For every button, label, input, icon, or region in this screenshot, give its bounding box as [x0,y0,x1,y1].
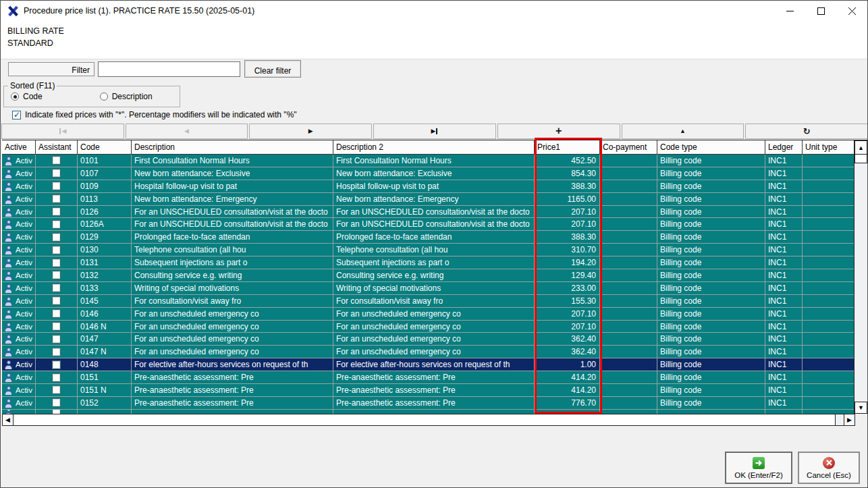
table-row[interactable]: Activ 0147 N For an unscheduled emergenc… [2,346,854,358]
up-button[interactable]: ▲ [622,124,744,139]
table-row[interactable]: Activ 0131 Subsequent injections as part… [2,256,854,269]
col-header-price1[interactable]: Price1 [535,140,600,155]
table-row[interactable]: Activ 0130 Telephone consultation (all h… [2,244,854,256]
assistant-checkbox[interactable] [53,335,60,343]
assistant-checkbox[interactable] [53,271,60,279]
col-header-active[interactable]: Active [2,140,36,155]
table-row[interactable]: Activ 0152 Pre-anaesthetic assessment: P… [2,397,854,410]
assistant-checkbox[interactable] [53,310,60,317]
clear-filter-button[interactable]: Clear filter [244,60,301,78]
scroll-left-icon[interactable]: ◀ [3,414,13,425]
refresh-button[interactable]: ↻ [745,124,868,139]
assistant-cell[interactable] [36,193,78,206]
assistant-cell[interactable] [36,333,78,346]
radio-selected-icon[interactable] [11,92,19,101]
assistant-checkbox[interactable] [53,323,60,330]
table-row[interactable]: Activ 0107 New born attendance: Exclusiv… [2,167,854,180]
col-header-code[interactable]: Code [78,140,132,155]
assistant-checkbox[interactable] [53,399,60,406]
col-header-unit-type[interactable]: Unit type [803,140,854,155]
assistant-checkbox[interactable] [53,157,60,164]
vertical-scroll-track[interactable] [855,163,867,402]
assistant-checkbox[interactable] [53,284,60,292]
col-header-assistant[interactable]: Assistant [36,140,78,155]
assistant-cell[interactable] [36,346,78,358]
table-row[interactable]: Activ 0132 Consulting service e.g. writi… [2,269,854,282]
assistant-cell[interactable] [36,180,78,193]
assistant-checkbox[interactable] [53,221,60,228]
assistant-checkbox[interactable] [53,348,60,356]
table-row[interactable]: Activ 0129 Prolonged face-to-face attend… [2,231,854,244]
assistant-checkbox[interactable] [53,195,60,202]
assistant-cell[interactable] [36,321,78,333]
assistant-cell[interactable] [36,397,78,410]
fixed-prices-checkbox[interactable] [12,111,21,119]
horizontal-scrollbar[interactable]: ◀ ▶ [2,414,855,426]
table-row[interactable]: Activ 0145 For consultation/visit away f… [2,295,854,308]
assistant-cell[interactable] [36,282,78,295]
table-row[interactable]: Activ 0151 Pre-anaesthetic assessment: P… [2,371,854,384]
assistant-cell[interactable] [36,269,78,282]
assistant-cell[interactable] [36,231,78,244]
code-cell: 0151 N [78,384,132,397]
vertical-scrollbar[interactable]: ▲ ▼ [854,140,867,414]
col-header-code-type[interactable]: Code type [657,140,765,155]
table-row[interactable]: Activ 0126 For an UNSCHEDULED consultati… [2,206,854,219]
assistant-cell[interactable] [36,167,78,180]
table-row[interactable]: Activ 0133 Writing of special motivation… [2,282,854,295]
table-row[interactable]: Activ 0109 Hospital follow-up visit to p… [2,180,854,193]
ok-button[interactable]: OK (Enter/F2) [725,452,792,484]
assistant-checkbox[interactable] [53,208,60,215]
minimize-button[interactable] [774,1,805,21]
assistant-cell[interactable] [36,256,78,269]
assistant-cell[interactable] [36,244,78,256]
scroll-right-icon[interactable]: ▶ [844,414,855,425]
price1-cell: 129.40 [535,269,600,282]
table-row[interactable]: Activ 0151 N Pre-anaesthetic assessment:… [2,384,854,397]
assistant-checkbox[interactable] [53,259,60,267]
assistant-checkbox[interactable] [53,246,60,254]
maximize-button[interactable] [805,1,836,21]
filter-button[interactable]: Filter [8,62,94,76]
table-row[interactable]: Activ 0146 N For an unscheduled emergenc… [2,321,854,333]
assistant-checkbox[interactable] [53,182,60,190]
next-button[interactable]: ▶ [249,124,372,139]
assistant-cell[interactable] [36,155,78,167]
assistant-cell[interactable] [36,384,78,397]
scroll-up-icon[interactable]: ▲ [855,140,867,155]
assistant-checkbox[interactable] [53,374,60,381]
assistant-checkbox[interactable] [53,169,60,177]
col-header-ledger[interactable]: Ledger [765,140,803,155]
assistant-cell[interactable] [36,308,78,321]
table-row[interactable]: Activ 0148 For elective after-hours serv… [2,358,854,371]
assistant-checkbox[interactable] [53,386,60,394]
assistant-checkbox[interactable] [53,234,60,241]
table-row[interactable]: Activ 0147 For an unscheduled emergency … [2,333,854,346]
assistant-cell[interactable] [36,295,78,308]
assistant-cell[interactable] [36,218,78,231]
sort-by-description-option[interactable]: Description [100,92,153,101]
add-button[interactable]: + [497,124,620,139]
active-cell: Activ [2,244,36,256]
assistant-cell[interactable] [36,206,78,219]
assistant-checkbox[interactable] [53,297,60,304]
assistant-cell[interactable] [36,358,78,371]
sort-by-code-option[interactable]: Code [11,92,43,101]
table-row[interactable]: Activ 0126A For an UNSCHEDULED consultat… [2,218,854,231]
table-row[interactable]: Activ 0101 First Consultation Normal Hou… [2,155,854,167]
scroll-down-icon[interactable]: ▼ [855,402,867,414]
vertical-scroll-thumb[interactable] [855,155,867,163]
table-row[interactable]: Activ 0113 New born attendance: Emergenc… [2,193,854,206]
horizontal-scroll-thumb[interactable] [13,414,836,425]
last-button[interactable]: ▶ [373,124,496,139]
close-button[interactable] [836,1,867,21]
radio-unselected-icon[interactable] [100,92,108,101]
col-header-description[interactable]: Description [132,140,333,155]
col-header-copayment[interactable]: Co-payment [600,140,657,155]
table-row[interactable]: Activ 0146 For an unscheduled emergency … [2,308,854,321]
assistant-checkbox[interactable] [53,361,60,369]
cancel-button[interactable]: Cancel (Esc) [798,452,860,484]
filter-input[interactable] [98,61,240,77]
col-header-description2[interactable]: Description 2 [333,140,535,155]
assistant-cell[interactable] [36,371,78,384]
